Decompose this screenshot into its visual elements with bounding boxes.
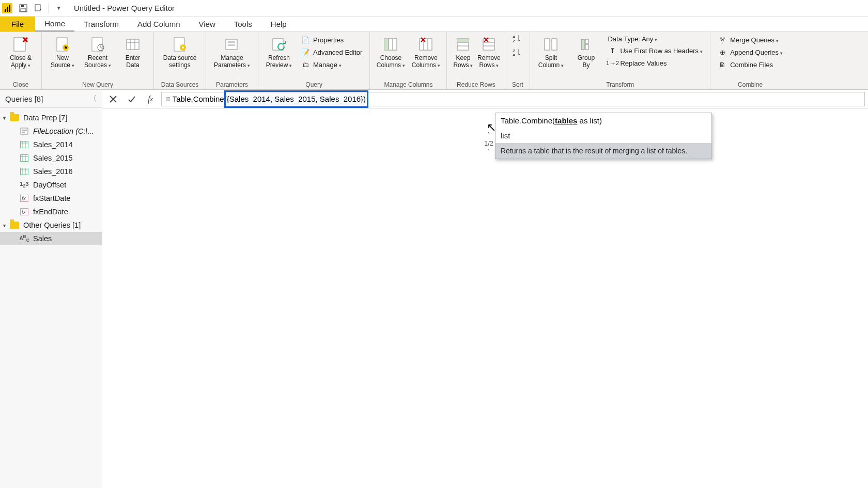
svg-rect-49 <box>581 39 584 50</box>
tab-transform[interactable]: Transform <box>74 17 128 32</box>
tab-help[interactable]: Help <box>261 17 296 32</box>
ribbon-tabs: File Home Transform Add Column View Tool… <box>0 17 868 32</box>
merge-queries-icon: ⩔ <box>718 35 727 44</box>
new-source-button[interactable]: ★ New Source <box>46 34 79 70</box>
query-group-data-prep[interactable]: ▾ Data Prep [7] <box>0 111 102 124</box>
query-item[interactable]: ABCSales <box>0 232 102 245</box>
query-item[interactable]: fxfxEndDate <box>0 205 102 218</box>
collapse-pane-icon[interactable]: 〈 <box>89 94 97 103</box>
choose-columns-button[interactable]: Choose Columns <box>374 34 407 70</box>
tab-add-column[interactable]: Add Column <box>128 17 190 32</box>
queries-pane-header: Queries [8] 〈 <box>0 90 102 108</box>
sort-desc-button[interactable]: ZA <box>513 48 523 59</box>
svg-text:Z: Z <box>513 39 515 43</box>
query-item[interactable]: Sales_2016 <box>0 165 102 178</box>
first-row-headers-button[interactable]: ⤒Use First Row as Headers <box>605 45 706 56</box>
tooltip-param-name: list <box>495 128 711 143</box>
sort-asc-button[interactable]: AZ <box>513 34 523 45</box>
qat-customize-icon[interactable]: ▾ <box>52 2 66 15</box>
new-source-label: New Source <box>51 55 74 69</box>
recent-sources-label: Recent Sources <box>84 55 111 69</box>
tab-view[interactable]: View <box>190 17 225 32</box>
replace-values-label: Replace Values <box>620 59 667 67</box>
tooltip-nav-count: 1/2 <box>484 139 493 147</box>
query-item[interactable]: Sales_2014 <box>0 138 102 151</box>
group-label-transform: Transform <box>534 80 706 88</box>
merge-queries-button[interactable]: ⩔Merge Queries <box>715 34 786 45</box>
close-apply-icon <box>11 35 30 54</box>
enter-data-button[interactable]: Enter Data <box>116 34 149 70</box>
chevron-down-icon[interactable]: ˅ <box>487 148 490 155</box>
query-type-icon: ABC <box>20 234 29 243</box>
query-item-label: Sales_2015 <box>33 154 73 162</box>
data-type-button[interactable]: Data Type: Any <box>605 34 706 44</box>
cancel-formula-button[interactable] <box>105 92 121 106</box>
split-column-button[interactable]: Split Column <box>534 34 567 70</box>
chevron-up-icon[interactable]: ˄ <box>487 132 490 138</box>
append-queries-label: Append Queries <box>730 49 783 56</box>
group-label-close: Close <box>4 80 37 88</box>
keep-rows-button[interactable]: Keep Rows <box>451 34 475 70</box>
enter-data-icon <box>123 35 142 54</box>
remove-rows-button[interactable]: Remove Rows <box>477 34 501 70</box>
first-row-headers-label: Use First Row as Headers <box>620 47 703 55</box>
svg-rect-29 <box>420 39 432 50</box>
query-item[interactable]: fxfxStartDate <box>0 192 102 205</box>
append-queries-button[interactable]: ⊕Append Queries <box>715 46 786 58</box>
manage-parameters-button[interactable]: Manage Parameters <box>210 34 254 70</box>
first-row-headers-icon: ⤒ <box>608 46 617 55</box>
manage-parameters-label: Manage Parameters <box>214 55 250 69</box>
append-queries-icon: ⊕ <box>718 48 727 57</box>
properties-label: Properties <box>313 36 344 44</box>
commit-formula-button[interactable] <box>124 92 140 106</box>
query-item[interactable]: FileLocation (C:\... <box>0 124 102 138</box>
svg-point-20 <box>182 46 184 49</box>
group-reduce-rows: Keep Rows Remove Rows Reduce Rows <box>447 32 505 89</box>
formula-input[interactable]: = Table.Combine({Sales_2014, Sales_2015,… <box>161 92 865 106</box>
svg-rect-26 <box>384 39 389 50</box>
query-item-label: fxStartDate <box>33 194 71 202</box>
close-apply-label: Close & Apply <box>10 55 32 69</box>
group-manage-columns: Choose Columns Remove Columns Manage Col… <box>370 32 447 89</box>
svg-rect-53 <box>22 130 27 131</box>
remove-rows-label: Remove Rows <box>477 55 501 69</box>
group-by-button[interactable]: Group By <box>569 34 602 70</box>
fx-button[interactable]: fx <box>143 92 158 106</box>
svg-text:A: A <box>513 53 516 57</box>
svg-rect-14 <box>127 39 139 50</box>
tab-file[interactable]: File <box>0 17 35 32</box>
query-item[interactable]: Sales_2015 <box>0 151 102 165</box>
remove-columns-icon <box>416 35 435 54</box>
formula-bar: fx = Table.Combine({Sales_2014, Sales_20… <box>102 90 868 108</box>
replace-values-button[interactable]: 1→2Replace Values <box>605 57 706 69</box>
query-type-icon <box>20 140 29 149</box>
query-item[interactable]: 123DayOffset <box>0 178 102 192</box>
properties-button[interactable]: 📄Properties <box>298 34 365 45</box>
main-area: fx = Table.Combine({Sales_2014, Sales_20… <box>102 90 868 488</box>
manage-query-label: Manage <box>313 61 342 69</box>
manage-query-button[interactable]: 🗂Manage <box>298 59 365 70</box>
query-group-label: Data Prep [7] <box>23 114 67 122</box>
tab-tools[interactable]: Tools <box>225 17 261 32</box>
qat-dropdown-icon[interactable] <box>32 2 45 15</box>
save-icon[interactable] <box>17 2 30 15</box>
folder-icon <box>10 114 19 121</box>
tooltip-signature: Table.Combine(tables as list) <box>495 113 711 128</box>
app-logo-icon <box>2 3 12 13</box>
tooltip-nav[interactable]: ˄ 1/2 ˅ <box>484 132 493 155</box>
combine-files-button[interactable]: 🗎Combine Files <box>715 59 786 70</box>
query-type-icon <box>20 154 29 162</box>
refresh-preview-button[interactable]: Refresh Preview <box>262 34 296 70</box>
data-source-settings-button[interactable]: Data source settings <box>158 34 202 70</box>
recent-sources-button[interactable]: Recent Sources <box>81 34 114 70</box>
svg-rect-63 <box>21 168 28 175</box>
split-column-label: Split Column <box>538 55 564 69</box>
query-group-other[interactable]: ▾ Other Queries [1] <box>0 218 102 232</box>
tab-home[interactable]: Home <box>35 17 74 32</box>
advanced-editor-button[interactable]: 📝Advanced Editor <box>298 46 365 58</box>
keep-rows-label: Keep Rows <box>453 55 473 69</box>
svg-text:★: ★ <box>64 44 68 50</box>
close-apply-button[interactable]: Close & Apply <box>4 34 37 70</box>
remove-columns-button[interactable]: Remove Columns <box>409 34 442 70</box>
svg-rect-1 <box>21 5 24 7</box>
